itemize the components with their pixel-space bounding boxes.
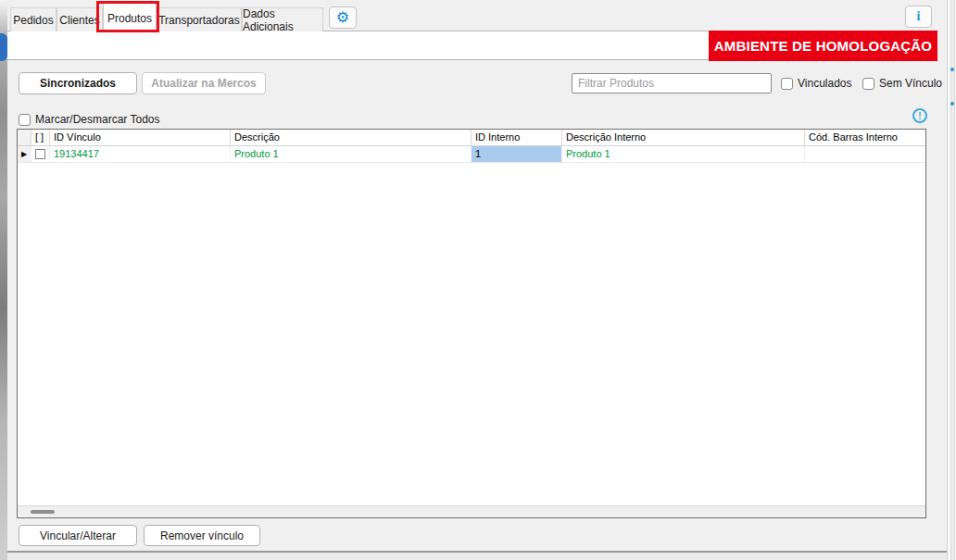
info-button[interactable]: i	[905, 6, 932, 28]
tab-pedidos-label: Pedidos	[13, 14, 53, 27]
grid-header-descricao[interactable]: Descrição	[231, 130, 472, 145]
sem-vinculo-checkbox[interactable]: Sem Vínculo	[862, 77, 942, 90]
row-checkbox[interactable]	[35, 149, 45, 159]
grid-header-cod-barras-interno[interactable]: Cód. Barras Interno	[805, 130, 927, 145]
tab-clientes[interactable]: Clientes	[57, 7, 103, 31]
cell-descricao-interno[interactable]: Produto 1	[562, 146, 805, 162]
sem-vinculo-checkbox-label: Sem Vínculo	[879, 77, 942, 90]
remover-vinculo-button[interactable]: Remover vínculo	[144, 525, 260, 546]
vinculados-checkbox[interactable]: Vinculados	[781, 77, 852, 90]
gear-icon: ⚙	[336, 10, 349, 25]
cell-descricao[interactable]: Produto 1	[231, 146, 472, 162]
cell-id-vinculo[interactable]: 19134417	[50, 146, 231, 162]
tab-transportadoras-label: Transportadoras	[158, 14, 240, 27]
grid-header-row: [ ] ID Vínculo Descrição ID Interno Desc…	[18, 130, 925, 146]
desktop-sliver	[0, 0, 7, 560]
sincronizados-button[interactable]: Sincronizados	[19, 72, 137, 94]
desktop-blue-logo	[0, 33, 7, 61]
app-window: Pedidos Clientes Produtos Transportadora…	[7, 0, 947, 553]
row-indicator-icon: ▶	[18, 146, 31, 162]
warning-icon[interactable]: !	[912, 108, 927, 123]
background-window-sliver	[947, 0, 956, 560]
grid-scrollbar-thumb[interactable]	[31, 510, 55, 514]
screen: Pedidos Clientes Produtos Transportadora…	[0, 0, 956, 560]
vinculados-checkbox-label: Vinculados	[798, 77, 852, 90]
grid-header-id-vinculo[interactable]: ID Vínculo	[50, 130, 231, 145]
tab-transportadoras[interactable]: Transportadoras	[157, 7, 242, 31]
cell-id-interno[interactable]: 1	[472, 146, 562, 162]
grid-header-id-interno[interactable]: ID Interno	[472, 130, 562, 145]
background-dot-icon	[950, 68, 954, 71]
select-all-checkbox[interactable]: Marcar/Desmarcar Todos	[19, 113, 159, 126]
table-row[interactable]: ▶ 19134417 Produto 1 1 Produto 1	[18, 146, 925, 163]
select-all-checkbox-box[interactable]	[19, 114, 31, 126]
tab-strip: Pedidos Clientes Produtos Transportadora…	[7, 0, 937, 31]
vincular-alterar-button[interactable]: Vincular/Alterar	[19, 525, 137, 546]
tab-dados-adicionais-label: Dados Adicionais	[243, 7, 322, 33]
tab-dados-adicionais[interactable]: Dados Adicionais	[242, 7, 323, 31]
grid-header-select[interactable]: [ ]	[31, 130, 50, 145]
grid-horizontal-scrollbar[interactable]	[18, 505, 925, 517]
warning-icon-glyph: !	[918, 111, 921, 121]
row-checkbox-cell[interactable]	[31, 146, 50, 162]
tab-clientes-label: Clientes	[59, 14, 99, 27]
tab-produtos-label: Produtos	[107, 12, 152, 25]
settings-button[interactable]: ⚙	[329, 6, 357, 29]
select-all-checkbox-label: Marcar/Desmarcar Todos	[35, 113, 159, 126]
products-grid: [ ] ID Vínculo Descrição ID Interno Desc…	[17, 129, 926, 518]
background-scrollbar	[950, 0, 955, 560]
cell-cod-barras-interno[interactable]	[805, 146, 927, 162]
atualizar-na-mercos-button[interactable]: Atualizar na Mercos	[142, 72, 266, 94]
grid-header-descricao-interno[interactable]: Descrição Interno	[562, 130, 805, 145]
filter-products-input[interactable]	[572, 73, 772, 93]
background-dot-icon	[950, 102, 954, 106]
vinculados-checkbox-box[interactable]	[781, 78, 793, 90]
info-icon: i	[917, 9, 921, 24]
grid-header-indicator	[18, 130, 31, 145]
tab-pedidos[interactable]: Pedidos	[10, 7, 57, 31]
sem-vinculo-checkbox-box[interactable]	[862, 78, 874, 90]
homologation-banner: AMBIENTE DE HOMOLOGAÇÃO	[709, 31, 937, 61]
tab-produtos[interactable]: Produtos	[103, 3, 157, 32]
